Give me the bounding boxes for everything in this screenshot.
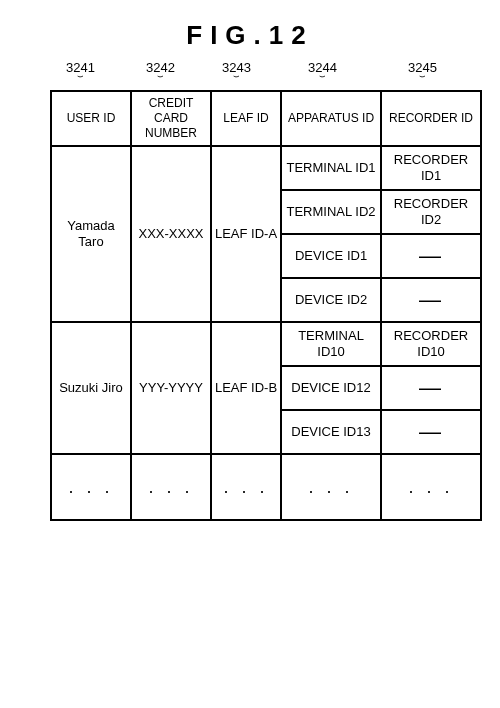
data-table: USER ID CREDIT CARD NUMBER LEAF ID APPAR… [50,90,482,521]
table-row: Yamada Taro XXX-XXXX LEAF ID-A TERMINAL … [51,146,481,190]
cell-recorder-id: — [381,410,481,454]
cell-leaf-id: LEAF ID-A [211,146,281,322]
ellipsis-cell: . . . [51,454,131,520]
cell-recorder-id: RECORDER ID2 [381,190,481,234]
cell-apparatus-id: TERMINAL ID10 [281,322,381,366]
col-ref-3243: 3243 ⌣ [222,60,251,78]
cell-apparatus-id: TERMINAL ID1 [281,146,381,190]
cell-recorder-id: RECORDER ID1 [381,146,481,190]
col-ref-3241: 3241 ⌣ [66,60,95,78]
header-recorder-id: RECORDER ID [381,91,481,146]
data-table-wrap: USER ID CREDIT CARD NUMBER LEAF ID APPAR… [50,90,480,521]
cell-apparatus-id: DEVICE ID12 [281,366,381,410]
cell-apparatus-id: DEVICE ID13 [281,410,381,454]
ellipsis-cell: . . . [381,454,481,520]
figure-title: FIG.12 [0,20,500,51]
col-ref-3244: 3244 ⌣ [308,60,337,78]
page: FIG.12 3241 ⌣ 3242 ⌣ 3243 ⌣ 3244 ⌣ 3245 … [0,0,500,708]
ellipsis-cell: . . . [211,454,281,520]
cell-recorder-id: — [381,234,481,278]
cell-apparatus-id: DEVICE ID2 [281,278,381,322]
cell-credit-card: YYY-YYYY [131,322,211,454]
cell-user-id: Suzuki Jiro [51,322,131,454]
ellipsis-cell: . . . [281,454,381,520]
cell-leaf-id: LEAF ID-B [211,322,281,454]
cell-apparatus-id: DEVICE ID1 [281,234,381,278]
header-user-id: USER ID [51,91,131,146]
header-apparatus-id: APPARATUS ID [281,91,381,146]
table-row: Suzuki Jiro YYY-YYYY LEAF ID-B TERMINAL … [51,322,481,366]
ellipsis-cell: . . . [131,454,211,520]
cell-credit-card: XXX-XXXX [131,146,211,322]
cell-recorder-id: RECORDER ID10 [381,322,481,366]
cell-apparatus-id: TERMINAL ID2 [281,190,381,234]
table-row-ellipsis: . . . . . . . . . . . . . . . [51,454,481,520]
column-ref-labels: 3241 ⌣ 3242 ⌣ 3243 ⌣ 3244 ⌣ 3245 ⌣ [50,60,480,90]
cell-recorder-id: — [381,278,481,322]
header-leaf-id: LEAF ID [211,91,281,146]
header-credit-card: CREDIT CARD NUMBER [131,91,211,146]
col-ref-3245: 3245 ⌣ [408,60,437,78]
cell-user-id: Yamada Taro [51,146,131,322]
cell-recorder-id: — [381,366,481,410]
col-ref-3242: 3242 ⌣ [146,60,175,78]
table-header-row: USER ID CREDIT CARD NUMBER LEAF ID APPAR… [51,91,481,146]
